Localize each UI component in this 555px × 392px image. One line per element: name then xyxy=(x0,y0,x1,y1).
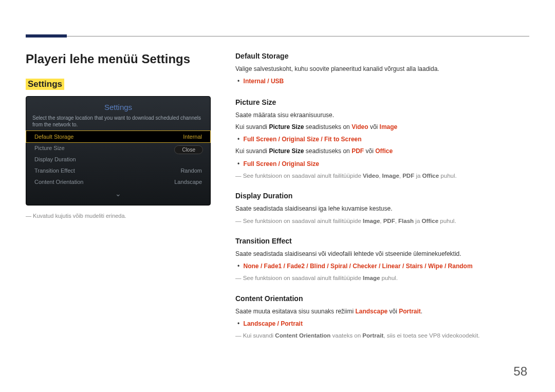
section-default-storage: Default Storage Valige salvestuskoht, ku… xyxy=(235,52,529,87)
section-display-duration: Display Duration Saate seadistada slaidi… xyxy=(235,192,529,226)
heading-display-duration: Display Duration xyxy=(235,192,529,200)
body-text: Saate seadistada slaidiseansi või videof… xyxy=(235,249,529,259)
close-button[interactable]: Close xyxy=(174,145,203,154)
body-text: Saate määrata sisu ekraanisuuruse. xyxy=(235,110,529,120)
page-title: Playeri lehe menüü Settings xyxy=(26,52,211,66)
option-list: None / Fade1 / Fade2 / Blind / Spiral / … xyxy=(244,261,529,271)
option-list: Full Screen / Original Size xyxy=(244,159,529,169)
body-text: Saate muuta esitatava sisu suunaks režii… xyxy=(235,307,529,316)
option-list: Internal / USB xyxy=(244,76,529,86)
section-picture-size: Picture Size Saate määrata sisu ekraanis… xyxy=(235,98,529,181)
heading-content-orientation: Content Orientation xyxy=(235,294,529,303)
note-text: See funktsioon on saadaval ainult failit… xyxy=(235,273,529,283)
note-text: Kui suvandi Content Orientation vaateks … xyxy=(235,331,529,340)
panel-row-display-duration[interactable]: Display Duration xyxy=(26,154,210,165)
panel-title: Settings xyxy=(26,101,210,115)
option-list: Landscape / Portrait xyxy=(244,319,529,329)
body-text: Kui suvandi Picture Size seadistuseks on… xyxy=(235,146,529,156)
section-content-orientation: Content Orientation Saate muuta esitatav… xyxy=(235,294,529,341)
section-transition-effect: Transition Effect Saate seadistada slaid… xyxy=(235,237,529,283)
settings-panel-screenshot: Settings Select the storage location tha… xyxy=(26,96,211,206)
screenshot-caption: Kuvatud kujutis võib mudeliti erineda. xyxy=(26,213,211,219)
panel-row-default-storage[interactable]: Default Storage Internal xyxy=(26,131,210,142)
body-text: Saate seadistada slaidiseansi iga lehe k… xyxy=(235,204,529,214)
body-text: Valige salvestuskoht, kuhu soovite plane… xyxy=(235,64,529,74)
body-text: Kui suvandi Picture Size seadistuseks on… xyxy=(235,122,529,132)
note-text: See funktsioon on saadaval ainult failit… xyxy=(235,171,529,180)
panel-row-content-orientation[interactable]: Content Orientation Landscape xyxy=(26,176,210,188)
chevron-down-icon[interactable]: ⌄ xyxy=(26,190,210,198)
heading-transition-effect: Transition Effect xyxy=(235,237,529,245)
heading-default-storage: Default Storage xyxy=(235,52,529,60)
option-list: Full Screen / Original Size / Fit to Scr… xyxy=(244,134,529,144)
panel-help: Select the storage location that you wan… xyxy=(26,115,210,131)
page-number: 58 xyxy=(513,364,527,379)
header-rule xyxy=(26,36,529,36)
panel-row-transition-effect[interactable]: Transition Effect Random xyxy=(26,165,210,176)
settings-highlight: Settings xyxy=(26,79,64,90)
note-text: See funktsioon on saadaval ainult failit… xyxy=(235,216,529,226)
heading-picture-size: Picture Size xyxy=(235,98,529,106)
